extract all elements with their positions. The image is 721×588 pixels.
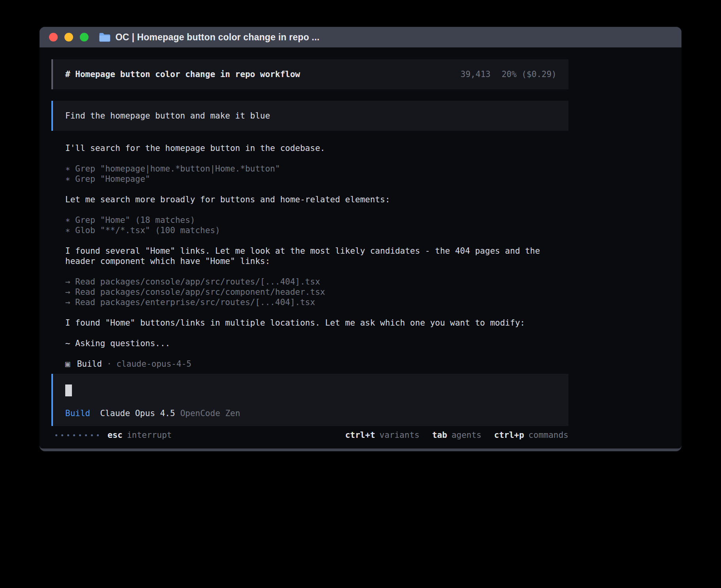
tool-call-line: → Read packages/enterprise/src/routes/[.… <box>65 297 555 307</box>
tool-call-line: ∗ Grep "Homepage" <box>65 174 555 184</box>
terminal-window: OC | Homepage button color change in rep… <box>40 27 681 451</box>
model-name[interactable]: Claude Opus 4.5 <box>100 408 175 418</box>
assistant-text: ~ Asking questions... <box>65 338 555 349</box>
assistant-text: I found "Home" buttons/links in multiple… <box>65 318 555 328</box>
input-meta: Build Claude Opus 4.5 OpenCode Zen <box>65 408 557 418</box>
tool-call-line: → Read packages/console/app/src/componen… <box>65 287 555 297</box>
tool-call-line: ∗ Grep "Home" (18 matches) <box>65 215 555 225</box>
text-line: I'll search for the homepage button in t… <box>65 143 555 153</box>
window-title: OC | Homepage button color change in rep… <box>115 32 319 43</box>
titlebar[interactable]: OC | Homepage button color change in rep… <box>40 27 681 47</box>
minimize-window-button[interactable] <box>64 33 73 41</box>
dot <box>79 434 81 436</box>
assistant-text: I found several "Home" links. Let me loo… <box>65 246 555 266</box>
dot <box>97 434 99 436</box>
text-line: ~ Asking questions... <box>65 338 555 349</box>
context-cost: 20% ($0.29) <box>502 69 557 79</box>
provider-name: OpenCode Zen <box>180 408 240 418</box>
assistant-text: I'll search for the homepage button in t… <box>65 143 555 153</box>
tool-call-group: → Read packages/console/app/src/routes/[… <box>65 277 555 307</box>
conversation-log: I'll search for the homepage button in t… <box>51 143 568 369</box>
tool-call-line: → Read packages/console/app/src/routes/[… <box>65 277 555 287</box>
hint-key: ctrl+p <box>494 430 524 440</box>
working-indicator-dots <box>55 434 99 436</box>
close-window-button[interactable] <box>49 33 58 41</box>
tool-call-line: ∗ Glob "**/*.tsx" (100 matches) <box>65 225 555 236</box>
hint-label: commands <box>528 430 568 440</box>
user-message: Find the homepage button and make it blu… <box>51 101 568 131</box>
hint-label: agents <box>451 430 481 440</box>
session-stats: 39,413 20% ($0.29) <box>461 69 557 79</box>
dot <box>73 434 75 436</box>
zoom-window-button[interactable] <box>80 33 89 41</box>
user-message-text: Find the homepage button and make it blu… <box>65 111 270 121</box>
keyboard-hint: ctrl+tvariants <box>345 430 419 440</box>
session-title: # Homepage button color change in repo w… <box>65 69 300 79</box>
text-line: I found "Home" buttons/links in multiple… <box>65 318 555 328</box>
agent-model: claude-opus-4-5 <box>117 359 192 369</box>
text-line: I found several "Home" links. Let me loo… <box>65 246 555 266</box>
traffic-lights <box>49 33 89 41</box>
agent-status-line: ▣Build·claude-opus-4-5 <box>65 359 555 369</box>
agent-name: Build <box>77 359 102 369</box>
keyboard-hints: ctrl+tvariantstabagentsctrl+pcommands <box>345 430 568 440</box>
status-bar: esc interrupt ctrl+tvariantstabagentsctr… <box>51 430 568 440</box>
dot <box>55 434 57 436</box>
separator-dot: · <box>107 359 112 369</box>
agent-mode-label[interactable]: Build <box>65 408 90 418</box>
token-count: 39,413 <box>461 69 491 79</box>
text-line: Let me search more broadly for buttons a… <box>65 194 555 205</box>
hint-key: ctrl+t <box>345 430 375 440</box>
agent-icon: ▣ <box>65 359 70 369</box>
tool-call-group: ∗ Grep "homepage|home.*button|Home.*butt… <box>65 164 555 184</box>
terminal-content: # Homepage button color change in repo w… <box>40 47 681 449</box>
tool-call-line: ∗ Grep "homepage|home.*button|Home.*butt… <box>65 164 555 174</box>
esc-key-hint: esc <box>108 430 123 440</box>
window-title-group: OC | Homepage button color change in rep… <box>99 32 319 43</box>
esc-key-label: interrupt <box>127 430 172 440</box>
assistant-text: Let me search more broadly for buttons a… <box>65 194 555 205</box>
prompt-input[interactable]: Build Claude Opus 4.5 OpenCode Zen <box>51 374 568 426</box>
keyboard-hint: ctrl+pcommands <box>494 430 568 440</box>
dot <box>91 434 93 436</box>
hint-key: tab <box>432 430 447 440</box>
session-header: # Homepage button color change in repo w… <box>51 59 568 89</box>
tool-call-group: ∗ Grep "Home" (18 matches)∗ Glob "**/*.t… <box>65 215 555 236</box>
hint-label: variants <box>379 430 419 440</box>
dot <box>67 434 69 436</box>
folder-icon <box>99 32 111 42</box>
keyboard-hint: tabagents <box>432 430 481 440</box>
dot <box>85 434 87 436</box>
text-cursor <box>65 384 72 396</box>
dot <box>61 434 63 436</box>
